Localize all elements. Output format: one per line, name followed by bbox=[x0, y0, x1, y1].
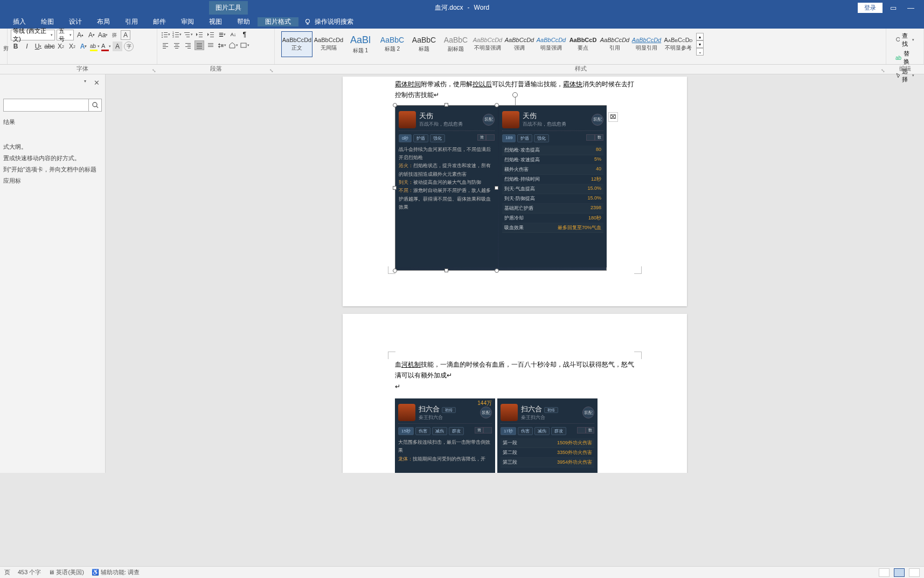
style-heading1[interactable]: AaBl标题 1 bbox=[345, 31, 376, 57]
font-launcher[interactable]: ⤡ bbox=[152, 68, 156, 73]
inserted-image-3[interactable]: 扫六合 初传秦王扫六合 装配 17秒 伤害 减伤 群攻 数 第一段1509外功火… bbox=[497, 398, 598, 473]
tab-view[interactable]: 视图 bbox=[202, 17, 230, 26]
style-subtle-reference[interactable]: AaBbCcDd不明显参考 bbox=[663, 31, 694, 57]
character-shading[interactable]: A bbox=[113, 42, 122, 51]
svg-point-3 bbox=[162, 35, 163, 36]
document-canvas[interactable]: 霸体时间附带减伤，使用解控以后可以先打普通输出技能，霸体快消失的时候在去打控制伤… bbox=[106, 74, 924, 473]
tab-design[interactable]: 设计 bbox=[61, 17, 89, 26]
nav-tab-results[interactable]: 结果 bbox=[3, 118, 102, 126]
sort-button[interactable]: A↓ bbox=[228, 30, 238, 39]
multilevel-list[interactable]: ▾ bbox=[183, 30, 193, 39]
nav-search-box[interactable] bbox=[3, 99, 102, 112]
style-intense-quote[interactable]: AaBbCcDd明显引用 bbox=[631, 31, 662, 57]
nav-search-submit[interactable] bbox=[88, 99, 101, 111]
align-justify[interactable] bbox=[194, 40, 204, 50]
tab-draw[interactable]: 绘图 bbox=[33, 17, 61, 26]
style-title[interactable]: AaBbC标题 bbox=[408, 31, 440, 57]
svg-rect-36 bbox=[197, 46, 202, 47]
game-card-2: 天伤百战不殆，愈战愈勇 装配 189 护盾 强化 数 烈焰枪·攻击提高80烈焰枪… bbox=[499, 106, 607, 267]
find-button[interactable]: 查找▾ bbox=[894, 31, 916, 49]
style-subtle-emphasis[interactable]: AaBbCcDd不明显强调 bbox=[472, 31, 503, 57]
tab-mailings[interactable]: 邮件 bbox=[145, 17, 173, 26]
ribbon-display-options[interactable]: ▭ bbox=[887, 4, 900, 12]
enclose-characters[interactable]: 字 bbox=[124, 42, 134, 51]
line-spacing[interactable]: ‡≡▾ bbox=[217, 40, 227, 50]
align-right[interactable] bbox=[183, 40, 193, 50]
shading-button[interactable]: ▾ bbox=[228, 40, 238, 50]
subscript-button[interactable]: X2 bbox=[56, 42, 66, 51]
font-color[interactable]: A▾ bbox=[101, 42, 111, 51]
style-normal[interactable]: AaBbCcDd正文 bbox=[281, 31, 312, 57]
decrease-indent[interactable] bbox=[194, 30, 204, 39]
main-area: ▾ ✕ 结果 式大纲。 置或快速移动内容的好方式。 到"开始"选项卡，并向文档中… bbox=[0, 74, 924, 473]
style-intense-emphasis[interactable]: AaBbCcDd明显强调 bbox=[536, 31, 567, 57]
tab-references[interactable]: 引用 bbox=[117, 17, 145, 26]
increase-indent[interactable] bbox=[206, 30, 216, 39]
change-case[interactable]: Aa▾ bbox=[98, 30, 108, 40]
layout-options-button[interactable]: ⌧ bbox=[608, 112, 618, 122]
strikethrough-button[interactable]: abc bbox=[45, 42, 54, 51]
italic-button[interactable]: I bbox=[22, 42, 32, 51]
svg-rect-22 bbox=[163, 43, 168, 44]
styles-gallery[interactable]: AaBbCcDd正文 AaBbCcDd无间隔 AaBl标题 1 AaBbC标题 … bbox=[278, 30, 883, 59]
tab-picture-format[interactable]: 图片格式 bbox=[258, 17, 298, 26]
svg-rect-19 bbox=[210, 32, 214, 33]
resize-handle-tm[interactable] bbox=[444, 103, 448, 107]
resize-handle-ml[interactable] bbox=[393, 186, 397, 190]
text-effects[interactable]: A▾ bbox=[79, 42, 88, 51]
tab-review[interactable]: 审阅 bbox=[173, 17, 202, 26]
styles-launcher[interactable]: ⤡ bbox=[881, 68, 885, 73]
margin-mark bbox=[388, 266, 395, 274]
bullets-button[interactable]: ▾ bbox=[161, 30, 170, 39]
character-border[interactable]: A bbox=[121, 30, 130, 40]
inserted-image-2[interactable]: 144万 扫六合 初传秦王扫六合 装配 15秒 伤害 减伤 群攻 简 bbox=[395, 398, 495, 473]
asian-layout[interactable]: ☰▾ bbox=[217, 30, 227, 39]
styles-group-label: 样式 bbox=[575, 65, 587, 72]
numbering-button[interactable]: 123▾ bbox=[172, 30, 182, 39]
distributed[interactable] bbox=[206, 40, 216, 50]
tell-me-search[interactable]: 操作说明搜索 bbox=[298, 17, 353, 26]
game-card-1: 天伤百战不殆，愈战愈勇 装配 0秒 护盾 强化 简 战斗会持续为血河累积不屈值，… bbox=[395, 106, 498, 267]
tab-insert[interactable]: 插入 bbox=[5, 17, 33, 26]
superscript-button[interactable]: X2 bbox=[67, 42, 77, 51]
phonetic-guide[interactable]: 拼 bbox=[109, 30, 119, 40]
nav-dropdown[interactable]: ▾ bbox=[84, 79, 86, 87]
resize-handle-tr[interactable] bbox=[495, 103, 499, 107]
clipboard-partial-label: 剪 bbox=[3, 45, 4, 52]
align-center[interactable] bbox=[172, 40, 182, 50]
resize-handle-bm[interactable] bbox=[444, 269, 448, 272]
tab-help[interactable]: 帮助 bbox=[230, 17, 258, 26]
bold-button[interactable]: B bbox=[11, 42, 20, 51]
resize-handle-tl[interactable] bbox=[393, 103, 397, 107]
paragraph-2[interactable]: 血河机制技能，一滴血的时候会有血盾，一百八十秒冷却，战斗可以获得怒气，怒气满可以… bbox=[395, 359, 635, 381]
game-card-4: 扫六合 初传秦王扫六合 装配 17秒 伤害 减伤 群攻 数 第一段1509外功火… bbox=[497, 398, 598, 473]
svg-rect-33 bbox=[187, 48, 191, 49]
tell-me-label: 操作说明搜索 bbox=[315, 17, 353, 26]
decrease-font-size[interactable]: A▾ bbox=[87, 30, 96, 40]
inserted-image-1[interactable]: ⌧ 天伤百战不殆，愈战愈勇 装配 0秒 护盾 bbox=[395, 105, 607, 271]
font-size-combo[interactable]: 五号▾ bbox=[57, 30, 74, 40]
resize-handle-br[interactable] bbox=[495, 269, 499, 273]
style-strong[interactable]: AaBbCcD要点 bbox=[567, 31, 599, 57]
underline-button[interactable]: U▾ bbox=[33, 42, 43, 51]
style-heading2[interactable]: AaBbC标题 2 bbox=[377, 31, 408, 57]
font-name-combo[interactable]: 等线 (西文正文)▾ bbox=[11, 30, 55, 40]
show-paragraph-marks[interactable]: ¶ bbox=[240, 30, 249, 39]
tab-layout[interactable]: 布局 bbox=[89, 17, 117, 26]
increase-font-size[interactable]: A▴ bbox=[75, 30, 85, 40]
style-no-spacing[interactable]: AaBbCcDd无间隔 bbox=[313, 31, 344, 57]
resize-handle-mr[interactable] bbox=[495, 186, 498, 190]
style-subtitle[interactable]: AaBbC副标题 bbox=[440, 31, 471, 57]
align-left[interactable] bbox=[161, 40, 170, 50]
highlight-color[interactable]: ab▾ bbox=[90, 42, 100, 51]
borders-button[interactable]: ▾ bbox=[240, 40, 249, 50]
paragraph-launcher[interactable]: ⤡ bbox=[269, 68, 274, 73]
gallery-scroll[interactable]: ▴▾⌄ bbox=[696, 33, 704, 56]
nav-search-input[interactable] bbox=[4, 99, 88, 111]
style-emphasis[interactable]: AaBbCcDd强调 bbox=[504, 31, 535, 57]
nav-close-button[interactable]: ✕ bbox=[94, 79, 100, 87]
style-quote[interactable]: AaBbCcDd引用 bbox=[599, 31, 630, 57]
minimize-button[interactable]: — bbox=[904, 4, 918, 12]
replace-button[interactable]: ab替换 bbox=[894, 49, 916, 66]
login-button[interactable]: 登录 bbox=[858, 3, 883, 13]
